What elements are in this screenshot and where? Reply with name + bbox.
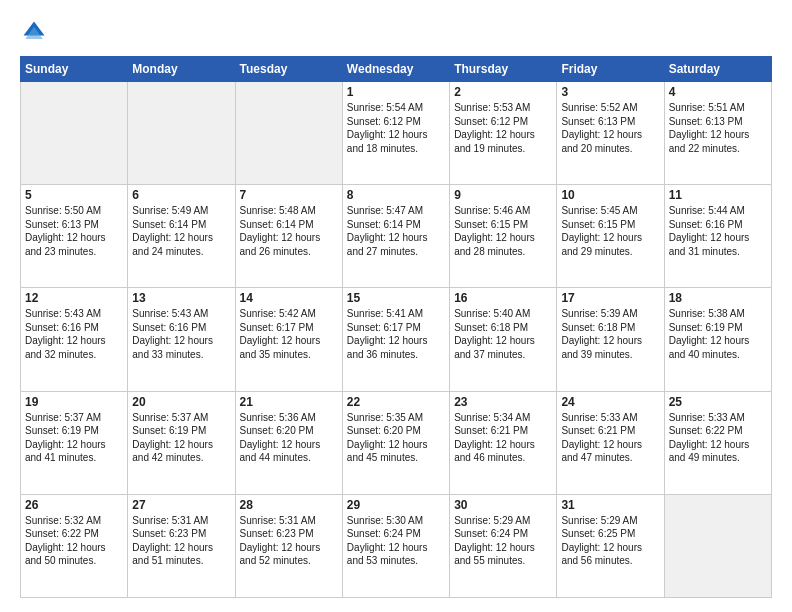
- calendar-week-row: 12Sunrise: 5:43 AMSunset: 6:16 PMDayligh…: [21, 288, 772, 391]
- day-number: 18: [669, 291, 767, 305]
- day-number: 7: [240, 188, 338, 202]
- calendar-cell: 5Sunrise: 5:50 AMSunset: 6:13 PMDaylight…: [21, 185, 128, 288]
- day-number: 27: [132, 498, 230, 512]
- cell-info: Sunrise: 5:40 AMSunset: 6:18 PMDaylight:…: [454, 307, 552, 361]
- cell-info: Sunrise: 5:33 AMSunset: 6:21 PMDaylight:…: [561, 411, 659, 465]
- cell-info: Sunrise: 5:36 AMSunset: 6:20 PMDaylight:…: [240, 411, 338, 465]
- day-number: 26: [25, 498, 123, 512]
- calendar-cell: 27Sunrise: 5:31 AMSunset: 6:23 PMDayligh…: [128, 494, 235, 597]
- day-number: 14: [240, 291, 338, 305]
- calendar-week-row: 26Sunrise: 5:32 AMSunset: 6:22 PMDayligh…: [21, 494, 772, 597]
- day-number: 12: [25, 291, 123, 305]
- cell-info: Sunrise: 5:37 AMSunset: 6:19 PMDaylight:…: [132, 411, 230, 465]
- cell-info: Sunrise: 5:54 AMSunset: 6:12 PMDaylight:…: [347, 101, 445, 155]
- day-number: 28: [240, 498, 338, 512]
- day-number: 20: [132, 395, 230, 409]
- calendar-cell: 4Sunrise: 5:51 AMSunset: 6:13 PMDaylight…: [664, 82, 771, 185]
- day-number: 24: [561, 395, 659, 409]
- day-number: 4: [669, 85, 767, 99]
- calendar-cell: 25Sunrise: 5:33 AMSunset: 6:22 PMDayligh…: [664, 391, 771, 494]
- calendar-cell: 30Sunrise: 5:29 AMSunset: 6:24 PMDayligh…: [450, 494, 557, 597]
- calendar-table: SundayMondayTuesdayWednesdayThursdayFrid…: [20, 56, 772, 598]
- day-number: 31: [561, 498, 659, 512]
- calendar-cell: [21, 82, 128, 185]
- cell-info: Sunrise: 5:51 AMSunset: 6:13 PMDaylight:…: [669, 101, 767, 155]
- day-number: 29: [347, 498, 445, 512]
- weekday-header: Tuesday: [235, 57, 342, 82]
- day-number: 11: [669, 188, 767, 202]
- cell-info: Sunrise: 5:41 AMSunset: 6:17 PMDaylight:…: [347, 307, 445, 361]
- calendar-cell: [235, 82, 342, 185]
- day-number: 5: [25, 188, 123, 202]
- cell-info: Sunrise: 5:49 AMSunset: 6:14 PMDaylight:…: [132, 204, 230, 258]
- calendar-cell: 7Sunrise: 5:48 AMSunset: 6:14 PMDaylight…: [235, 185, 342, 288]
- cell-info: Sunrise: 5:46 AMSunset: 6:15 PMDaylight:…: [454, 204, 552, 258]
- calendar-cell: 13Sunrise: 5:43 AMSunset: 6:16 PMDayligh…: [128, 288, 235, 391]
- calendar-cell: 14Sunrise: 5:42 AMSunset: 6:17 PMDayligh…: [235, 288, 342, 391]
- logo-icon: [20, 18, 48, 46]
- cell-info: Sunrise: 5:38 AMSunset: 6:19 PMDaylight:…: [669, 307, 767, 361]
- calendar-cell: 29Sunrise: 5:30 AMSunset: 6:24 PMDayligh…: [342, 494, 449, 597]
- cell-info: Sunrise: 5:47 AMSunset: 6:14 PMDaylight:…: [347, 204, 445, 258]
- calendar-cell: 12Sunrise: 5:43 AMSunset: 6:16 PMDayligh…: [21, 288, 128, 391]
- day-number: 13: [132, 291, 230, 305]
- day-number: 2: [454, 85, 552, 99]
- day-number: 9: [454, 188, 552, 202]
- calendar-week-row: 19Sunrise: 5:37 AMSunset: 6:19 PMDayligh…: [21, 391, 772, 494]
- page: SundayMondayTuesdayWednesdayThursdayFrid…: [0, 0, 792, 612]
- calendar-cell: 11Sunrise: 5:44 AMSunset: 6:16 PMDayligh…: [664, 185, 771, 288]
- calendar-cell: 2Sunrise: 5:53 AMSunset: 6:12 PMDaylight…: [450, 82, 557, 185]
- cell-info: Sunrise: 5:43 AMSunset: 6:16 PMDaylight:…: [132, 307, 230, 361]
- cell-info: Sunrise: 5:33 AMSunset: 6:22 PMDaylight:…: [669, 411, 767, 465]
- day-number: 25: [669, 395, 767, 409]
- cell-info: Sunrise: 5:32 AMSunset: 6:22 PMDaylight:…: [25, 514, 123, 568]
- calendar-cell: 15Sunrise: 5:41 AMSunset: 6:17 PMDayligh…: [342, 288, 449, 391]
- day-number: 15: [347, 291, 445, 305]
- calendar-cell: 17Sunrise: 5:39 AMSunset: 6:18 PMDayligh…: [557, 288, 664, 391]
- calendar-cell: 21Sunrise: 5:36 AMSunset: 6:20 PMDayligh…: [235, 391, 342, 494]
- day-number: 10: [561, 188, 659, 202]
- cell-info: Sunrise: 5:44 AMSunset: 6:16 PMDaylight:…: [669, 204, 767, 258]
- calendar-cell: 8Sunrise: 5:47 AMSunset: 6:14 PMDaylight…: [342, 185, 449, 288]
- weekday-header: Sunday: [21, 57, 128, 82]
- calendar-cell: 23Sunrise: 5:34 AMSunset: 6:21 PMDayligh…: [450, 391, 557, 494]
- day-number: 3: [561, 85, 659, 99]
- cell-info: Sunrise: 5:37 AMSunset: 6:19 PMDaylight:…: [25, 411, 123, 465]
- cell-info: Sunrise: 5:52 AMSunset: 6:13 PMDaylight:…: [561, 101, 659, 155]
- day-number: 8: [347, 188, 445, 202]
- cell-info: Sunrise: 5:53 AMSunset: 6:12 PMDaylight:…: [454, 101, 552, 155]
- calendar-cell: 24Sunrise: 5:33 AMSunset: 6:21 PMDayligh…: [557, 391, 664, 494]
- calendar-cell: 10Sunrise: 5:45 AMSunset: 6:15 PMDayligh…: [557, 185, 664, 288]
- calendar-cell: [664, 494, 771, 597]
- cell-info: Sunrise: 5:30 AMSunset: 6:24 PMDaylight:…: [347, 514, 445, 568]
- weekday-header-row: SundayMondayTuesdayWednesdayThursdayFrid…: [21, 57, 772, 82]
- day-number: 16: [454, 291, 552, 305]
- cell-info: Sunrise: 5:34 AMSunset: 6:21 PMDaylight:…: [454, 411, 552, 465]
- day-number: 19: [25, 395, 123, 409]
- calendar-cell: 28Sunrise: 5:31 AMSunset: 6:23 PMDayligh…: [235, 494, 342, 597]
- cell-info: Sunrise: 5:43 AMSunset: 6:16 PMDaylight:…: [25, 307, 123, 361]
- cell-info: Sunrise: 5:45 AMSunset: 6:15 PMDaylight:…: [561, 204, 659, 258]
- calendar-cell: 20Sunrise: 5:37 AMSunset: 6:19 PMDayligh…: [128, 391, 235, 494]
- calendar-cell: 31Sunrise: 5:29 AMSunset: 6:25 PMDayligh…: [557, 494, 664, 597]
- calendar-cell: 3Sunrise: 5:52 AMSunset: 6:13 PMDaylight…: [557, 82, 664, 185]
- calendar-cell: 1Sunrise: 5:54 AMSunset: 6:12 PMDaylight…: [342, 82, 449, 185]
- calendar-cell: 26Sunrise: 5:32 AMSunset: 6:22 PMDayligh…: [21, 494, 128, 597]
- cell-info: Sunrise: 5:35 AMSunset: 6:20 PMDaylight:…: [347, 411, 445, 465]
- day-number: 30: [454, 498, 552, 512]
- cell-info: Sunrise: 5:50 AMSunset: 6:13 PMDaylight:…: [25, 204, 123, 258]
- calendar-cell: [128, 82, 235, 185]
- weekday-header: Monday: [128, 57, 235, 82]
- cell-info: Sunrise: 5:39 AMSunset: 6:18 PMDaylight:…: [561, 307, 659, 361]
- logo: [20, 18, 52, 46]
- cell-info: Sunrise: 5:29 AMSunset: 6:24 PMDaylight:…: [454, 514, 552, 568]
- cell-info: Sunrise: 5:31 AMSunset: 6:23 PMDaylight:…: [132, 514, 230, 568]
- calendar-cell: 18Sunrise: 5:38 AMSunset: 6:19 PMDayligh…: [664, 288, 771, 391]
- day-number: 6: [132, 188, 230, 202]
- calendar-week-row: 1Sunrise: 5:54 AMSunset: 6:12 PMDaylight…: [21, 82, 772, 185]
- weekday-header: Friday: [557, 57, 664, 82]
- calendar-cell: 9Sunrise: 5:46 AMSunset: 6:15 PMDaylight…: [450, 185, 557, 288]
- calendar-cell: 22Sunrise: 5:35 AMSunset: 6:20 PMDayligh…: [342, 391, 449, 494]
- cell-info: Sunrise: 5:29 AMSunset: 6:25 PMDaylight:…: [561, 514, 659, 568]
- header: [20, 18, 772, 46]
